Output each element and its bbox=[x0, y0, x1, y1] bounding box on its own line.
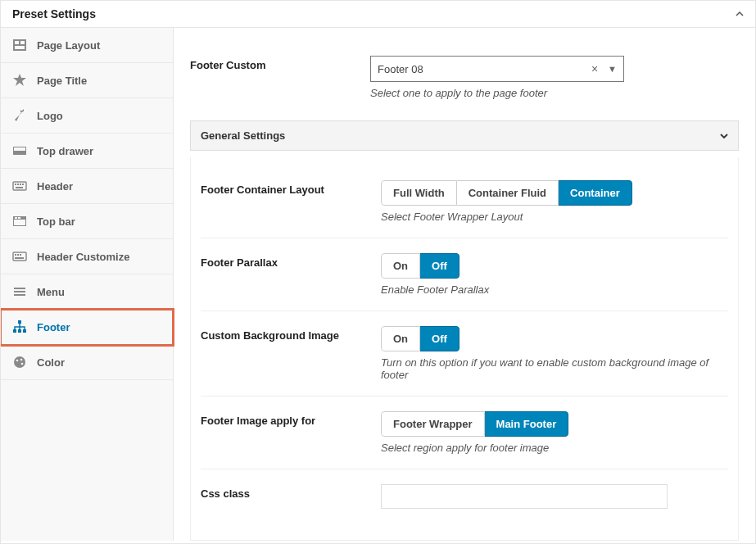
option-container[interactable]: Container bbox=[559, 180, 632, 206]
customize-icon bbox=[12, 249, 27, 264]
footer-custom-select[interactable]: Footer 08 × ▼ bbox=[370, 56, 624, 82]
footer-custom-value: Footer 08 bbox=[378, 63, 586, 75]
svg-rect-3 bbox=[15, 46, 25, 49]
custom-bg-off[interactable]: Off bbox=[420, 326, 459, 351]
svg-rect-24 bbox=[18, 320, 21, 324]
custom-bg-label: Custom Background Image bbox=[201, 326, 381, 342]
chevron-down-icon[interactable]: ▼ bbox=[603, 64, 617, 74]
svg-rect-20 bbox=[15, 257, 24, 259]
footer-custom-help: Select one to apply to the page footer bbox=[370, 87, 739, 99]
content-area: Footer Custom Footer 08 × ▼ Select one t… bbox=[174, 28, 755, 541]
svg-point-30 bbox=[20, 359, 23, 361]
sidebar: Page Layout Page Title Logo Top drawer H… bbox=[1, 28, 174, 541]
parallax-toggle: On Off bbox=[381, 253, 459, 279]
svg-rect-13 bbox=[14, 220, 25, 225]
sidebar-item-top-drawer[interactable]: Top drawer bbox=[1, 134, 173, 169]
svg-rect-1 bbox=[15, 41, 19, 44]
parallax-off[interactable]: Off bbox=[420, 253, 459, 279]
sidebar-item-footer[interactable]: Footer bbox=[1, 310, 173, 345]
sidebar-item-label: Header bbox=[37, 180, 73, 193]
svg-rect-17 bbox=[15, 254, 16, 256]
sidebar-item-page-layout[interactable]: Page Layout bbox=[1, 28, 173, 63]
svg-rect-5 bbox=[14, 147, 25, 151]
image-apply-help: Select region apply for footer image bbox=[381, 442, 728, 454]
sidebar-item-label: Page Layout bbox=[37, 39, 100, 52]
topbar-icon bbox=[12, 214, 27, 229]
sidebar-item-label: Color bbox=[37, 356, 65, 369]
image-apply-group: Footer Wrapper Main Footer bbox=[381, 411, 568, 437]
section-title: General Settings bbox=[201, 129, 285, 142]
css-class-input[interactable] bbox=[381, 484, 668, 509]
sidebar-item-menu[interactable]: Menu bbox=[1, 274, 173, 310]
svg-rect-6 bbox=[13, 182, 26, 190]
svg-point-28 bbox=[14, 356, 25, 368]
panel-body: Page Layout Page Title Logo Top drawer H… bbox=[1, 28, 755, 541]
panel-header: Preset Settings bbox=[1, 1, 755, 28]
section-general-settings[interactable]: General Settings bbox=[190, 120, 739, 151]
svg-rect-23 bbox=[14, 294, 25, 296]
svg-rect-21 bbox=[14, 288, 25, 289]
sidebar-item-label: Top drawer bbox=[37, 145, 93, 157]
svg-point-31 bbox=[21, 363, 24, 365]
custom-bg-toggle: On Off bbox=[381, 326, 459, 351]
palette-icon bbox=[12, 355, 27, 369]
svg-rect-22 bbox=[14, 291, 25, 292]
sidebar-item-label: Top bar bbox=[37, 215, 75, 228]
svg-rect-9 bbox=[20, 184, 21, 185]
svg-rect-10 bbox=[22, 184, 24, 185]
section-body: Footer Container Layout Full Width Conta… bbox=[190, 157, 739, 541]
sidebar-item-color[interactable]: Color bbox=[1, 345, 173, 380]
sidebar-item-header[interactable]: Header bbox=[1, 169, 173, 204]
parallax-help: Enable Footer Parallax bbox=[381, 283, 728, 296]
drawer-icon bbox=[12, 143, 27, 158]
svg-rect-18 bbox=[17, 254, 19, 256]
custom-bg-on[interactable]: On bbox=[381, 326, 420, 351]
image-apply-label: Footer Image apply for bbox=[201, 411, 381, 427]
svg-rect-19 bbox=[20, 254, 21, 256]
footer-custom-label: Footer Custom bbox=[190, 56, 370, 71]
container-layout-label: Footer Container Layout bbox=[201, 180, 381, 196]
svg-rect-27 bbox=[23, 329, 26, 333]
option-container-fluid[interactable]: Container Fluid bbox=[457, 180, 559, 206]
sidebar-item-label: Header Customize bbox=[37, 251, 129, 263]
svg-rect-7 bbox=[15, 184, 16, 185]
option-footer-wrapper[interactable]: Footer Wrapper bbox=[381, 411, 485, 437]
parallax-label: Footer Parallax bbox=[201, 253, 381, 269]
svg-rect-26 bbox=[18, 329, 21, 333]
svg-rect-8 bbox=[17, 184, 19, 185]
sidebar-item-label: Page Title bbox=[37, 75, 87, 87]
svg-rect-2 bbox=[20, 41, 25, 44]
carrot-icon bbox=[12, 108, 27, 123]
chevron-down-icon bbox=[720, 132, 728, 140]
sidebar-item-logo[interactable]: Logo bbox=[1, 98, 173, 134]
sidebar-item-label: Footer bbox=[37, 321, 70, 333]
layout-icon bbox=[12, 38, 27, 52]
keyboard-icon bbox=[12, 179, 27, 193]
container-layout-help: Select Footer Wrapper Layout bbox=[381, 211, 728, 223]
option-main-footer[interactable]: Main Footer bbox=[485, 411, 569, 437]
svg-rect-25 bbox=[13, 329, 16, 333]
option-full-width[interactable]: Full Width bbox=[381, 180, 457, 206]
sidebar-item-top-bar[interactable]: Top bar bbox=[1, 204, 173, 239]
sidebar-item-label: Menu bbox=[37, 286, 65, 298]
svg-rect-15 bbox=[18, 217, 20, 219]
svg-point-29 bbox=[16, 360, 19, 362]
svg-rect-16 bbox=[13, 252, 26, 261]
parallax-on[interactable]: On bbox=[381, 253, 420, 279]
sitemap-icon bbox=[12, 320, 27, 334]
sidebar-item-label: Logo bbox=[37, 110, 63, 122]
star-icon bbox=[12, 73, 27, 88]
css-class-label: Css class bbox=[201, 484, 381, 500]
collapse-icon[interactable] bbox=[736, 10, 744, 18]
svg-rect-14 bbox=[15, 217, 17, 219]
container-layout-group: Full Width Container Fluid Container bbox=[381, 180, 632, 206]
menu-icon bbox=[12, 284, 27, 299]
custom-bg-help: Turn on this option if you want to enabl… bbox=[381, 356, 728, 381]
sidebar-item-page-title[interactable]: Page Title bbox=[1, 63, 173, 98]
clear-icon[interactable]: × bbox=[586, 62, 603, 75]
svg-rect-11 bbox=[16, 187, 23, 188]
panel-title: Preset Settings bbox=[12, 7, 96, 20]
sidebar-item-header-customize[interactable]: Header Customize bbox=[1, 239, 173, 274]
